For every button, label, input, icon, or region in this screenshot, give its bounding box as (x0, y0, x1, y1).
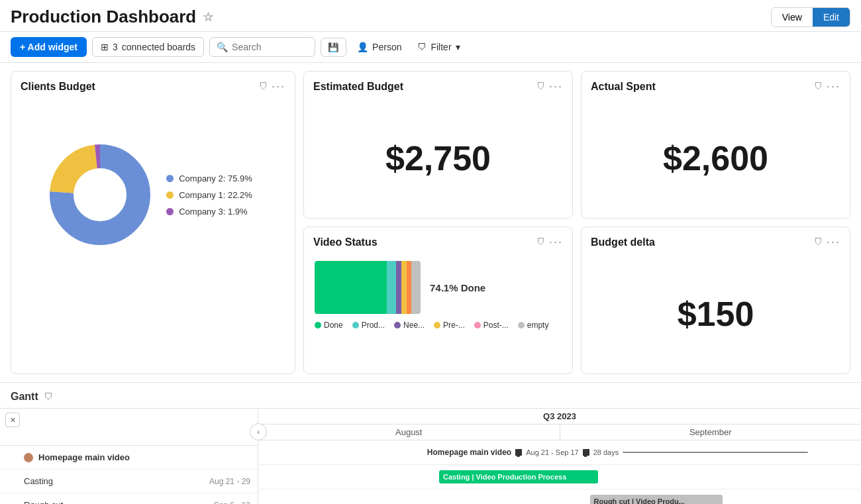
prod-dot (352, 322, 359, 328)
video-status-more-icon[interactable]: ··· (549, 235, 563, 249)
legend-done: Done (315, 321, 343, 330)
done-label: Done (324, 321, 343, 330)
need-label: Nee... (403, 321, 425, 330)
video-bar-chart (315, 261, 421, 314)
person-icon: 👤 (357, 42, 368, 52)
budget-delta-body: $150 (582, 254, 850, 374)
save-icon-button[interactable]: 💾 (321, 38, 346, 57)
actual-spent-more-icon[interactable]: ··· (827, 79, 840, 93)
group-label: Homepage main video (38, 452, 130, 462)
company3-label: Company 3: 1.9% (179, 207, 247, 217)
casting-bar: Casting | Video Production Process (439, 470, 598, 483)
legend-item-company1: Company 1: 22.2% (166, 190, 252, 200)
post-label: Post-... (483, 321, 509, 330)
gantt-close-button[interactable]: ✕ (5, 413, 20, 427)
chevron-down-icon: ▾ (456, 42, 460, 52)
search-box[interactable]: 🔍 (209, 37, 315, 57)
budget-delta-value: $150 (678, 294, 754, 334)
add-widget-button[interactable]: + Add widget (11, 37, 87, 57)
bar-prod (387, 261, 396, 314)
clients-budget-body: Company 2: 75.9% Company 1: 22.2% Compan… (11, 99, 295, 297)
widgets-area: Clients Budget ⛉ ··· (0, 63, 861, 382)
edit-button[interactable]: Edit (813, 8, 850, 26)
estimated-budget-value: $2,750 (385, 138, 491, 178)
empty-label: empty (527, 321, 549, 330)
gantt-title: Gantt (11, 391, 38, 403)
gantt-filter-icon[interactable]: ⛉ (44, 391, 53, 402)
budget-delta-filter-icon[interactable]: ⛉ (814, 237, 823, 247)
gantt-roughcut-timeline-row: Rough cut | Video Produ... (258, 489, 861, 504)
bar-empty (411, 261, 421, 314)
budget-delta-more-icon[interactable]: ··· (827, 235, 840, 249)
filter-button[interactable]: ⛉ Filter ▾ (412, 38, 465, 56)
company2-dot (166, 175, 174, 182)
legend-pre: Pre-... (434, 321, 465, 330)
milestone-days: 28 days (593, 448, 619, 456)
board-icon: ⊞ (101, 42, 109, 52)
legend-empty: empty (518, 321, 549, 330)
gantt-body: ✕ ‹ Homepage main video Casting Aug 21 -… (0, 408, 861, 504)
video-status-widget: Video Status ⛉ ··· 74.1% Done Done (303, 227, 573, 374)
legend-post: Post-... (474, 321, 509, 330)
actual-spent-title: Actual Spent (591, 81, 810, 93)
actual-spent-body: $2,600 (582, 99, 850, 218)
search-input[interactable] (232, 42, 308, 52)
video-status-filter-icon[interactable]: ⛉ (536, 237, 545, 247)
prod-label: Prod... (362, 321, 385, 330)
bar-pre (401, 261, 407, 314)
group-dot (24, 453, 33, 462)
star-icon[interactable]: ☆ (203, 10, 213, 25)
estimated-budget-body: $2,750 (304, 99, 572, 218)
estimated-budget-filter-icon[interactable]: ⛉ (536, 81, 545, 91)
clients-budget-more-icon[interactable]: ··· (272, 79, 285, 93)
connected-boards-count: 3 (113, 42, 118, 52)
actual-spent-filter-icon[interactable]: ⛉ (814, 81, 823, 91)
gantt-casting-timeline-row: Casting | Video Production Process (258, 465, 861, 489)
person-button[interactable]: 👤 Person (352, 38, 407, 56)
svg-point-3 (77, 172, 123, 218)
gantt-quarter-row: Q3 2023 (258, 409, 861, 425)
post-dot (474, 322, 481, 328)
toolbar: + Add widget ⊞ 3 connected boards 🔍 💾 👤 … (0, 32, 861, 63)
gantt-quarter-label: Q3 (543, 411, 554, 421)
gantt-year-label: 2023 (554, 411, 576, 421)
top-header: Production Dashboard ☆ View Edit (0, 0, 861, 32)
clients-budget-filter-icon[interactable]: ⛉ (259, 81, 268, 91)
clients-budget-widget: Clients Budget ⛉ ··· (11, 71, 295, 374)
milestone-date-range: Aug 21 - Sep 17 (526, 448, 579, 456)
connected-boards-button[interactable]: ⊞ 3 connected boards (92, 37, 204, 57)
video-status-title: Video Status (313, 236, 532, 248)
gantt-task-row-casting: Casting Aug 21 - 29 (0, 470, 258, 493)
clients-budget-header: Clients Budget ⛉ ··· (11, 72, 295, 99)
company3-dot (166, 208, 174, 215)
page-title: Production Dashboard ☆ (11, 7, 771, 27)
actual-spent-widget: Actual Spent ⛉ ··· $2,600 (581, 71, 850, 219)
company1-dot (166, 191, 174, 199)
estimated-budget-more-icon[interactable]: ··· (549, 79, 563, 93)
gantt-group-row-left: Homepage main video (0, 448, 258, 466)
view-button[interactable]: View (772, 8, 813, 26)
bar-need (396, 261, 401, 314)
donut-chart (47, 142, 153, 248)
actual-spent-header: Actual Spent ⛉ ··· (582, 72, 850, 99)
budget-delta-widget: Budget delta ⛉ ··· $150 (581, 227, 850, 374)
gantt-task-row-roughcut: Rough cut Sep 6 - 13 (0, 493, 258, 504)
estimated-budget-header: Estimated Budget ⛉ ··· (304, 72, 572, 99)
search-icon: 🔍 (217, 42, 228, 52)
gantt-collapse-button[interactable]: ‹ (250, 423, 267, 440)
video-percent-label: 74.1% Done (430, 282, 485, 293)
video-legend: Done Prod... Nee... Pre-... Post-... (315, 321, 562, 330)
gantt-section: Gantt ⛉ ✕ ‹ Homepage main video Casting … (0, 382, 861, 504)
save-icon: 💾 (328, 42, 339, 52)
video-status-body: 74.1% Done Done Prod... Nee... Pre-... (304, 254, 572, 338)
gantt-left-panel: ✕ ‹ Homepage main video Casting Aug 21 -… (0, 409, 258, 504)
gantt-month-august: August (258, 425, 560, 440)
casting-label: Casting (24, 476, 53, 486)
budget-delta-title: Budget delta (591, 236, 810, 248)
done-dot (315, 322, 321, 328)
legend-need: Nee... (394, 321, 425, 330)
milestone-label: Homepage main video (427, 448, 511, 457)
milestone-line (623, 452, 808, 453)
gantt-task-left-casting: Casting Aug 21 - 29 (0, 472, 258, 490)
roughcut-date: Sep 6 - 13 (214, 501, 250, 505)
